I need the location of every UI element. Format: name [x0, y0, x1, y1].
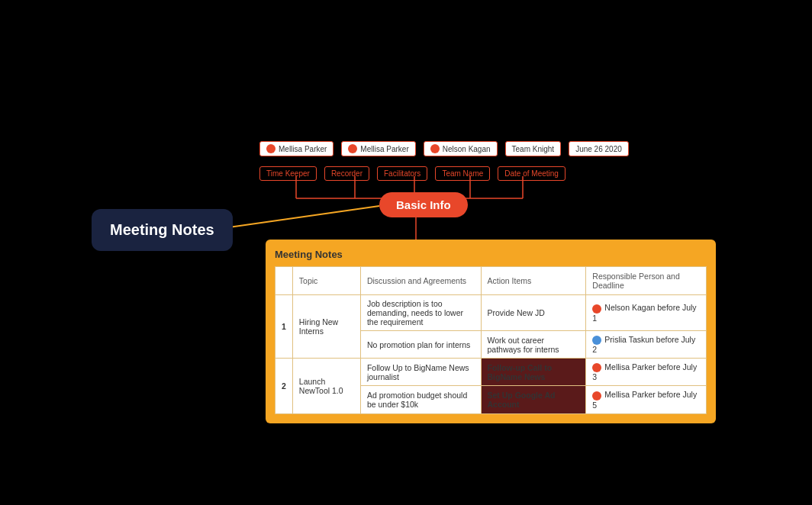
col-responsible: Responsible Person and Deadline: [586, 267, 707, 295]
row-num-2: 2: [276, 359, 293, 413]
action-1b: Work out career pathways for interns: [481, 331, 586, 359]
table-row: 1 Hiring New Interns Job description is …: [276, 295, 707, 331]
action-2b: Set Up Google Ad Account: [481, 386, 586, 413]
field-value-recorder: Mellisa Parker: [341, 141, 415, 156]
field-value-facilitators: Nelson Kagan: [424, 141, 498, 156]
discussion-2b: Ad promotion budget should be under $10k: [360, 386, 481, 413]
responsible-1b: Prislia Taskun before July 2: [586, 331, 707, 359]
field-label-timekeeper: Time Keeper: [259, 166, 317, 181]
person-icon: [266, 144, 276, 153]
col-discussion: Discussion and Agreements: [360, 267, 481, 295]
basic-info-node[interactable]: Basic Info: [379, 192, 468, 217]
field-label-date: Date of Meeting: [498, 166, 566, 181]
table-row: 2 Launch NewTool 1.0 Follow Up to BigNam…: [276, 359, 707, 386]
discussion-1b: No promotion plan for interns: [360, 331, 481, 359]
responsible-2a: Mellisa Parker before July 3: [586, 359, 707, 386]
col-num: [276, 267, 293, 295]
field-value-date: June 26 2020: [569, 141, 629, 156]
topic-2: Launch NewTool 1.0: [292, 359, 360, 413]
discussion-1a: Job description is too demanding, needs …: [360, 295, 481, 331]
table-title: Meeting Notes: [275, 249, 707, 260]
responsible-1a: Nelson Kagan before July 1: [586, 295, 707, 331]
field-value-timekeeper: Mellisa Parker: [259, 141, 334, 156]
responsible-icon-1b: [592, 336, 601, 345]
field-labels-row: Time Keeper Recorder Facilitators Team N…: [259, 166, 566, 181]
diagram-area: Mellisa Parker Mellisa Parker Nelson Kag…: [0, 0, 812, 505]
action-1a: Provide New JD: [481, 295, 586, 331]
field-label-recorder: Recorder: [324, 166, 369, 181]
person-icon-3: [430, 144, 440, 153]
notes-table: Topic Discussion and Agreements Action I…: [275, 266, 707, 414]
person-icon-2: [348, 144, 357, 153]
meeting-notes-table-container: Meeting Notes Topic Discussion and Agree…: [266, 240, 716, 423]
responsible-icon-1a: [592, 304, 601, 314]
field-values-row: Mellisa Parker Mellisa Parker Nelson Kag…: [259, 141, 629, 156]
topic-1: Hiring New Interns: [292, 295, 360, 359]
field-value-teamname: Team Knight: [505, 141, 562, 156]
discussion-2a: Follow Up to BigName News journalist: [360, 359, 481, 386]
action-2a: Follow-up Call to BigName News: [481, 359, 586, 386]
responsible-2b: Mellisa Parker before July 5: [586, 386, 707, 413]
table-header-row: Topic Discussion and Agreements Action I…: [276, 267, 707, 295]
responsible-icon-2b: [592, 391, 601, 400]
field-label-facilitators: Facilitators: [377, 166, 427, 181]
col-action: Action Items: [481, 267, 586, 295]
row-num-1: 1: [276, 295, 293, 359]
responsible-icon-2a: [592, 363, 601, 372]
meeting-notes-label: Meeting Notes: [92, 209, 233, 251]
col-topic: Topic: [292, 267, 360, 295]
field-label-teamname: Team Name: [435, 166, 490, 181]
